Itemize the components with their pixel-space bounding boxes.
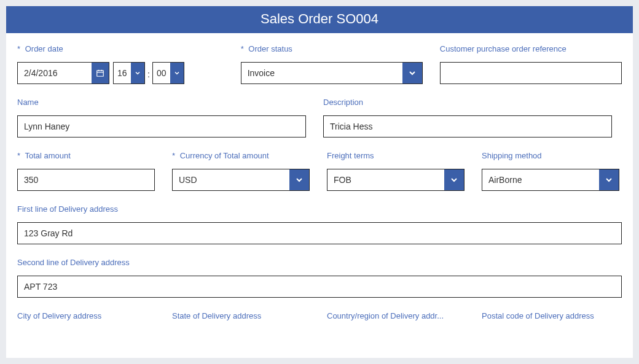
svg-rect-0 <box>97 71 104 76</box>
delivery-postal-field: Postal code of Delivery address <box>482 311 619 320</box>
total-amount-label: * Total amount <box>17 151 155 160</box>
currency-field: * Currency of Total amount USD <box>172 151 310 191</box>
delivery-postal-label: Postal code of Delivery address <box>482 311 619 320</box>
time-separator: : <box>147 69 150 84</box>
chevron-down-icon[interactable] <box>599 169 619 190</box>
name-field: Name Lynn Haney <box>17 98 306 137</box>
name-label: Name <box>17 98 306 107</box>
sales-order-form: Sales Order SO004 * Order date 2/4/2016 <box>6 6 633 358</box>
delivery-country-label: Country/region of Delivery addr... <box>327 311 465 320</box>
order-status-label: * Order status <box>241 44 423 53</box>
description-field: Description Tricia Hess <box>323 98 612 137</box>
chevron-down-icon[interactable] <box>131 63 144 83</box>
total-amount-field: * Total amount 350 <box>17 151 155 191</box>
delivery-country-field: Country/region of Delivery addr... <box>327 311 465 320</box>
form-body[interactable]: * Order date 2/4/2016 16 <box>6 33 633 357</box>
customer-po-ref-input[interactable] <box>440 62 622 84</box>
chevron-down-icon[interactable] <box>170 63 184 83</box>
delivery-address-line2-input[interactable]: APT 723 <box>17 276 622 298</box>
calendar-icon[interactable] <box>92 63 109 83</box>
chevron-down-icon[interactable] <box>289 169 309 190</box>
chevron-down-icon[interactable] <box>402 63 422 83</box>
form-header: Sales Order SO004 <box>6 6 633 33</box>
order-date-input[interactable]: 2/4/2016 <box>17 62 109 84</box>
currency-select[interactable]: USD <box>172 169 310 191</box>
currency-label: * Currency of Total amount <box>172 151 310 160</box>
delivery-city-field: City of Delivery address <box>17 311 155 320</box>
delivery-city-label: City of Delivery address <box>17 311 155 320</box>
delivery-address-line1-input[interactable]: 123 Gray Rd <box>17 222 622 244</box>
description-label: Description <box>323 98 612 107</box>
freight-terms-label: Freight terms <box>327 151 465 160</box>
order-status-select[interactable]: Invoice <box>241 62 423 84</box>
shipping-method-select[interactable]: AirBorne <box>482 169 619 191</box>
shipping-method-label: Shipping method <box>482 151 619 160</box>
form-title: Sales Order SO004 <box>261 11 378 26</box>
name-input[interactable]: Lynn Haney <box>17 115 306 137</box>
chevron-down-icon[interactable] <box>444 169 464 190</box>
delivery-address-line2-field: Second line of Delivery address APT 723 <box>17 258 622 298</box>
delivery-state-label: State of Delivery address <box>172 311 310 320</box>
customer-po-ref-field: Customer purchase order reference <box>440 44 622 84</box>
order-date-label: * Order date <box>17 44 224 53</box>
delivery-state-field: State of Delivery address <box>172 311 310 320</box>
description-input[interactable]: Tricia Hess <box>323 115 612 137</box>
hour-select[interactable]: 16 <box>113 62 145 84</box>
order-status-field: * Order status Invoice <box>241 44 423 84</box>
delivery-address-line1-label: First line of Delivery address <box>17 204 622 214</box>
customer-po-ref-label: Customer purchase order reference <box>440 44 622 53</box>
order-date-field: * Order date 2/4/2016 16 <box>17 44 224 84</box>
shipping-method-field: Shipping method AirBorne <box>482 151 619 191</box>
freight-terms-field: Freight terms FOB <box>327 151 465 191</box>
delivery-address-line2-label: Second line of Delivery address <box>17 258 622 267</box>
delivery-address-line1-field: First line of Delivery address 123 Gray … <box>17 204 622 244</box>
minute-select[interactable]: 00 <box>152 62 184 84</box>
freight-terms-select[interactable]: FOB <box>327 169 465 191</box>
total-amount-input[interactable]: 350 <box>17 169 155 191</box>
